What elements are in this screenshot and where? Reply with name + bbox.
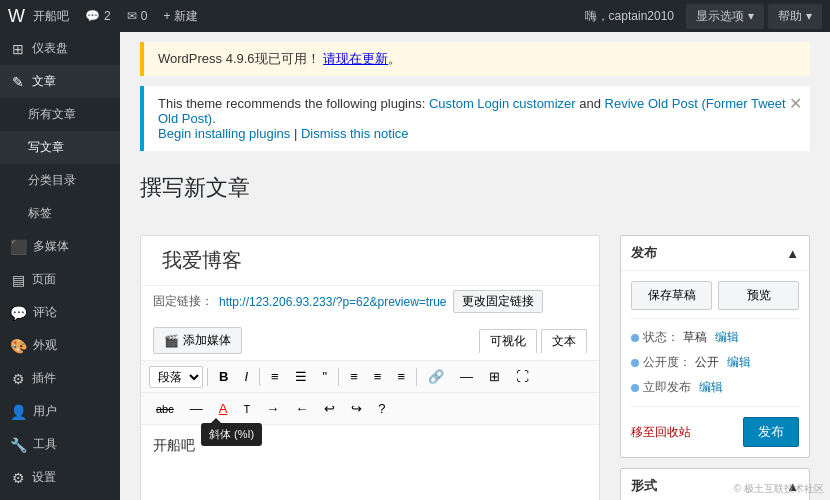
notice-close-button[interactable]: ✕ [789, 94, 802, 113]
adminbar-site[interactable]: 开船吧 [25, 8, 77, 25]
adminbar-new[interactable]: + 新建 [155, 8, 206, 25]
adminbar-right: 嗨，captain2010 显示选项 ▾ 帮助 ▾ [585, 4, 822, 29]
toolbar-link[interactable]: 🔗 [421, 365, 451, 388]
status-edit-link[interactable]: 编辑 [715, 329, 739, 346]
adminbar-messages-count: 0 [141, 9, 148, 23]
sidebar-item-tags[interactable]: 标签 [0, 197, 120, 230]
visibility-value: 公开 [695, 354, 719, 371]
format-title: 形式 [631, 477, 657, 495]
main-content: WordPress 4.9.6现已可用！ 请现在更新。 ✕ This theme… [120, 32, 830, 500]
dismiss-notice-link[interactable]: Dismiss this notice [301, 126, 409, 141]
sidebar-item-categories[interactable]: 分类目录 [0, 164, 120, 197]
editor-toolbar-row2: abc — A T → ← ↩ ↪ ? 斜体 (%I) [141, 393, 599, 425]
toolbar-redo[interactable]: ↪ [344, 397, 369, 420]
plugins-icon: ⚙ [10, 371, 26, 387]
publish-time-edit-link[interactable]: 编辑 [699, 379, 723, 396]
plugin-notice: ✕ This theme recommends the following pl… [140, 86, 810, 151]
toolbar-color[interactable]: A [212, 397, 235, 420]
toolbar-italic[interactable]: I [237, 365, 255, 388]
editor-tabs: 可视化 文本 [479, 329, 587, 353]
toolbar-indent[interactable]: → [259, 397, 286, 420]
tab-text[interactable]: 文本 [541, 329, 587, 353]
sidebar-item-dashboard[interactable]: ⊞ 仪表盘 [0, 32, 120, 65]
display-options-button[interactable]: 显示选项 ▾ [686, 4, 764, 29]
editor-toolbar-row1: 段落 B I ≡ ☰ " ≡ ≡ ≡ 🔗 [141, 361, 599, 393]
toolbar-paste-text[interactable]: T [236, 399, 257, 419]
toolbar-strikethrough[interactable]: abc [149, 399, 181, 419]
permalink-url[interactable]: http://123.206.93.233/?p=62&preview=true [219, 295, 447, 309]
toolbar-align-right[interactable]: ≡ [390, 365, 412, 388]
adminbar-messages[interactable]: ✉ 0 [119, 9, 156, 23]
sidebar-item-plugins[interactable]: ⚙ 插件 [0, 362, 120, 395]
sidebar-item-tools[interactable]: 🔧 工具 [0, 428, 120, 461]
dashboard-icon: ⊞ [10, 41, 26, 57]
update-notice: WordPress 4.9.6现已可用！ 请现在更新。 [140, 42, 810, 76]
toolbar-undo[interactable]: ↩ [317, 397, 342, 420]
adminbar-greeting: 嗨，captain2010 [585, 8, 674, 25]
toolbar-outdent[interactable]: ← [288, 397, 315, 420]
sidebar-label-categories: 分类目录 [28, 172, 76, 189]
sidebar-item-articles[interactable]: ✎ 文章 [0, 65, 120, 98]
visibility-indicator [631, 359, 639, 367]
sidebar-item-media[interactable]: ⬛ 多媒体 [0, 230, 120, 263]
toolbar-help[interactable]: ? [371, 397, 392, 420]
sidebar-label-tags: 标签 [28, 205, 52, 222]
publish-button[interactable]: 发布 [743, 417, 799, 447]
status-indicator [631, 334, 639, 342]
admin-sidebar: ⊞ 仪表盘 ✎ 文章 所有文章 写文章 分类目录 标签 ⬛ 多媒体 ▤ 页面 💬 [0, 32, 120, 500]
visibility-edit-link[interactable]: 编辑 [727, 354, 751, 371]
toolbar-align-left[interactable]: ≡ [343, 365, 365, 388]
publish-metabox-header[interactable]: 发布 ▲ [621, 236, 809, 271]
wp-logo[interactable]: W [8, 6, 25, 27]
sidebar-item-settings[interactable]: ⚙ 设置 [0, 461, 120, 494]
appearance-icon: 🎨 [10, 338, 27, 354]
permalink-row: 固定链接： http://123.206.93.233/?p=62&previe… [141, 285, 599, 321]
toolbar-ul[interactable]: ≡ [264, 365, 286, 388]
settings-icon: ⚙ [10, 470, 26, 486]
publish-divider2 [631, 406, 799, 407]
sidebar-item-comments[interactable]: 💬 评论 [0, 296, 120, 329]
page-header: 撰写新文章 [120, 163, 830, 225]
permalink-change-button[interactable]: 更改固定链接 [453, 290, 543, 313]
install-plugins-link[interactable]: Begin installing plugins [158, 126, 290, 141]
toolbar-bold[interactable]: B [212, 365, 235, 388]
toolbar-blockquote[interactable]: " [316, 365, 335, 388]
users-icon: 👤 [10, 404, 27, 420]
toolbar-ol[interactable]: ☰ [288, 365, 314, 388]
save-draft-button[interactable]: 保存草稿 [631, 281, 712, 310]
visibility-row: 公开度： 公开 编辑 [631, 350, 799, 375]
sidebar-label-plugins: 插件 [32, 370, 56, 387]
visibility-label: 公开度： [643, 354, 691, 371]
sidebar-item-write-article[interactable]: 写文章 [0, 131, 120, 164]
trash-button[interactable]: 移至回收站 [631, 424, 691, 441]
publish-footer: 移至回收站 发布 [631, 413, 799, 447]
sidebar-label-users: 用户 [33, 403, 57, 420]
sidebar-item-appearance[interactable]: 🎨 外观 [0, 329, 120, 362]
plugin1-link[interactable]: Custom Login customizer [429, 96, 576, 111]
sidebar-item-all-articles[interactable]: 所有文章 [0, 98, 120, 131]
toolbar-more[interactable]: — [453, 365, 480, 388]
format-select[interactable]: 段落 [149, 366, 203, 388]
publish-time-indicator [631, 384, 639, 392]
sidebar-item-users[interactable]: 👤 用户 [0, 395, 120, 428]
toolbar-hr[interactable]: — [183, 397, 210, 420]
sidebar-label-all-articles: 所有文章 [28, 106, 76, 123]
postbox-container: 发布 ▲ 保存草稿 预览 状态： 草稿 编辑 [610, 235, 810, 500]
editor-main: 固定链接： http://123.206.93.233/?p=62&previe… [140, 235, 600, 500]
sidebar-item-collapse[interactable]: ◀ 收起菜单 [0, 494, 120, 500]
add-media-button[interactable]: 🎬 添加媒体 [153, 327, 242, 354]
tab-visual[interactable]: 可视化 [479, 329, 537, 353]
toolbar-fullscreen[interactable]: ⛶ [509, 365, 536, 388]
toolbar-table[interactable]: ⊞ [482, 365, 507, 388]
adminbar-comments[interactable]: 💬 2 [77, 9, 119, 23]
toolbar-tooltip: 斜体 (%I) [201, 423, 262, 446]
toolbar-separator [207, 368, 208, 386]
sidebar-item-pages[interactable]: ▤ 页面 [0, 263, 120, 296]
post-title-input[interactable] [153, 244, 587, 277]
update-notice-link[interactable]: 请现在更新 [323, 51, 388, 66]
sidebar-label-dashboard: 仪表盘 [32, 40, 68, 57]
help-button[interactable]: 帮助 ▾ [768, 4, 822, 29]
toolbar-align-center[interactable]: ≡ [367, 365, 389, 388]
preview-button[interactable]: 预览 [718, 281, 799, 310]
publish-time-label: 立即发布 [643, 379, 691, 396]
